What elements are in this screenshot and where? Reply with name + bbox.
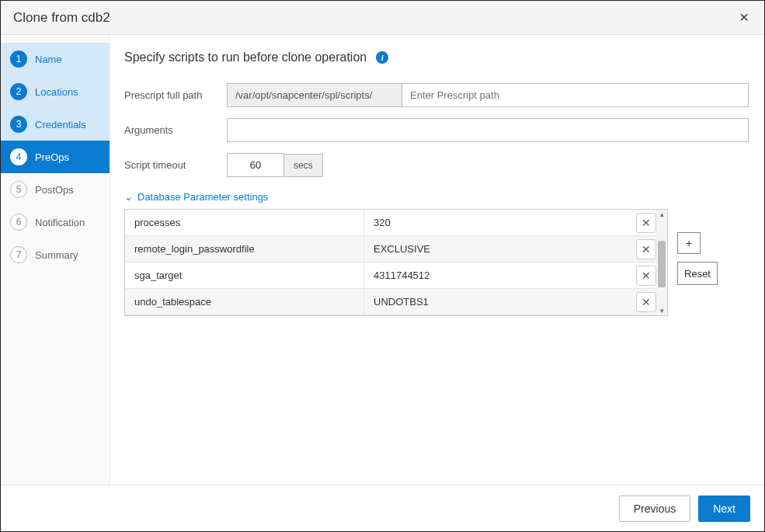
delete-row-button[interactable]: ✕ bbox=[636, 292, 656, 312]
step-number-icon: 7 bbox=[10, 246, 27, 263]
step-label: Summary bbox=[35, 249, 78, 261]
step-credentials[interactable]: 3 Credentials bbox=[1, 108, 110, 141]
step-locations[interactable]: 2 Locations bbox=[1, 75, 110, 108]
step-number-icon: 2 bbox=[10, 83, 27, 100]
param-area: processes 320 ✕ remote_login_passwordfil… bbox=[124, 209, 749, 316]
delete-row-button[interactable]: ✕ bbox=[636, 266, 656, 286]
param-side-buttons: + Reset bbox=[677, 209, 718, 285]
param-value[interactable]: EXCLUSIVE bbox=[364, 236, 625, 262]
prescript-prefix: /var/opt/snapcenter/spl/scripts/ bbox=[227, 83, 402, 107]
step-number-icon: 3 bbox=[10, 116, 27, 133]
param-name[interactable]: remote_login_passwordfile bbox=[125, 236, 364, 262]
scrollbar[interactable]: ▴ ▾ bbox=[656, 210, 667, 315]
wizard-sidebar: 1 Name 2 Locations 3 Credentials 4 PreOp… bbox=[1, 35, 110, 485]
arguments-input[interactable] bbox=[227, 118, 749, 142]
previous-button[interactable]: Previous bbox=[619, 495, 690, 522]
param-name[interactable]: processes bbox=[125, 210, 364, 235]
prescript-row: Prescript full path /var/opt/snapcenter/… bbox=[124, 83, 749, 107]
next-button[interactable]: Next bbox=[698, 495, 750, 522]
prescript-label: Prescript full path bbox=[124, 89, 227, 101]
db-param-label: Database Parameter settings bbox=[137, 191, 268, 203]
timeout-label: Script timeout bbox=[124, 159, 227, 171]
step-number-icon: 6 bbox=[10, 214, 27, 231]
dialog-footer: Previous Next bbox=[1, 485, 764, 531]
table-row: undo_tablespace UNDOTBS1 ✕ bbox=[125, 289, 667, 315]
chevron-down-icon: ⌄ bbox=[124, 191, 133, 203]
clone-dialog: Clone from cdb2 × 1 Name 2 Locations 3 C… bbox=[0, 0, 765, 532]
step-label: Credentials bbox=[35, 119, 86, 130]
reset-button[interactable]: Reset bbox=[677, 262, 718, 285]
scroll-up-icon[interactable]: ▴ bbox=[656, 210, 667, 219]
timeout-row: Script timeout secs bbox=[124, 153, 749, 177]
param-table: processes 320 ✕ remote_login_passwordfil… bbox=[124, 209, 668, 316]
step-summary[interactable]: 7 Summary bbox=[1, 238, 110, 271]
heading-text: Specify scripts to run before clone oper… bbox=[124, 50, 367, 64]
param-name[interactable]: undo_tablespace bbox=[125, 289, 364, 315]
arguments-row: Arguments bbox=[124, 118, 749, 142]
delete-row-button[interactable]: ✕ bbox=[636, 239, 656, 259]
secs-label: secs bbox=[284, 154, 323, 177]
prescript-input[interactable] bbox=[402, 83, 749, 107]
param-name[interactable]: sga_target bbox=[125, 263, 364, 288]
step-label: Name bbox=[35, 54, 62, 65]
step-label: Locations bbox=[35, 86, 78, 98]
step-number-icon: 4 bbox=[10, 148, 27, 165]
add-param-button[interactable]: + bbox=[677, 232, 701, 254]
dialog-title: Clone from cdb2 bbox=[13, 10, 736, 26]
step-label: Notification bbox=[35, 217, 85, 228]
table-row: sga_target 4311744512 ✕ bbox=[125, 263, 667, 289]
table-row: remote_login_passwordfile EXCLUSIVE ✕ bbox=[125, 236, 667, 263]
main-panel: Specify scripts to run before clone oper… bbox=[110, 35, 764, 485]
step-number-icon: 1 bbox=[10, 50, 27, 68]
close-icon[interactable]: × bbox=[736, 9, 752, 26]
dialog-body: 1 Name 2 Locations 3 Credentials 4 PreOp… bbox=[1, 35, 764, 485]
step-notification[interactable]: 6 Notification bbox=[1, 206, 110, 238]
step-postops[interactable]: 5 PostOps bbox=[1, 173, 110, 206]
param-value[interactable]: UNDOTBS1 bbox=[364, 289, 625, 315]
step-label: PreOps bbox=[35, 151, 69, 163]
delete-row-button[interactable]: ✕ bbox=[636, 213, 656, 233]
step-number-icon: 5 bbox=[10, 181, 27, 198]
step-name[interactable]: 1 Name bbox=[1, 43, 110, 75]
section-heading: Specify scripts to run before clone oper… bbox=[124, 50, 749, 64]
titlebar: Clone from cdb2 × bbox=[1, 1, 764, 35]
arguments-label: Arguments bbox=[124, 124, 227, 136]
step-label: PostOps bbox=[35, 184, 74, 196]
step-preops[interactable]: 4 PreOps bbox=[1, 141, 110, 173]
param-value[interactable]: 320 bbox=[364, 210, 625, 235]
scroll-thumb[interactable] bbox=[658, 241, 666, 287]
scroll-down-icon[interactable]: ▾ bbox=[656, 306, 667, 315]
table-row: processes 320 ✕ bbox=[125, 210, 667, 236]
db-param-toggle[interactable]: ⌄ Database Parameter settings bbox=[124, 191, 749, 203]
param-value[interactable]: 4311744512 bbox=[364, 263, 625, 288]
info-icon[interactable]: i bbox=[376, 51, 388, 64]
timeout-input[interactable] bbox=[227, 153, 284, 177]
